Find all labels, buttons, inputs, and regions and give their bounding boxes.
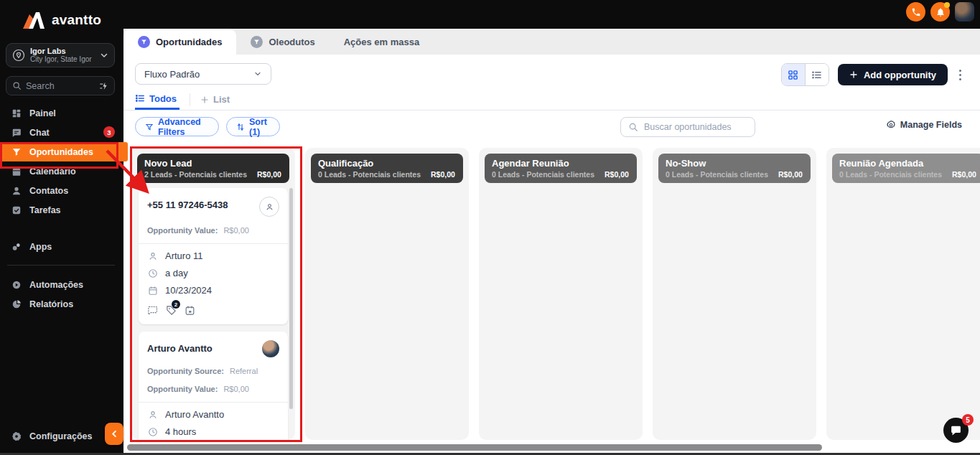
column-title: No-Show [666, 157, 803, 169]
pipeline-select-value: Fluxo Padrão [144, 69, 200, 80]
phone-button[interactable] [906, 2, 925, 22]
chevron-down-icon [253, 70, 262, 78]
user-icon [11, 186, 22, 196]
view-tab-label: List [213, 94, 230, 105]
kanban-column-reuniao-agendada: Reunião Agendada 0 Leads - Potenciais cl… [826, 148, 980, 440]
search-icon [628, 122, 638, 132]
column-header[interactable]: No-Show 0 Leads - Potenciais clientes R$… [658, 154, 811, 183]
add-opportunity-label: Add opportunity [864, 70, 936, 80]
pipelines-tab-icon [251, 36, 263, 48]
bolt-icon [98, 81, 108, 91]
views-row: Todos List [123, 89, 980, 111]
dashboard-icon [11, 108, 22, 118]
clock-icon [147, 427, 159, 437]
add-opportunity-button[interactable]: Add opportunity [838, 64, 948, 85]
sidebar-item-label: Chat [29, 128, 50, 138]
sidebar-search-placeholder: Search [26, 81, 94, 91]
opportunities-panel: Fluxo Padrão [123, 55, 980, 455]
advanced-filters-button[interactable]: Advanced Filters [135, 117, 219, 136]
user-icon [147, 410, 159, 420]
board-search-placeholder: Buscar oportunidades [644, 122, 732, 132]
tab-acoes-em-massa[interactable]: Ações em massa [330, 29, 434, 55]
opportunity-card[interactable]: +55 11 97246-5438 Opportunity Value: R$0… [139, 188, 288, 324]
assignee-avatar[interactable] [262, 340, 279, 357]
sidebar-item-label: Oportunidades [29, 147, 93, 157]
column-scrollbar[interactable] [289, 188, 293, 409]
user-circle-icon[interactable] [259, 197, 279, 217]
sidebar-item-chat[interactable]: Chat 3 [0, 123, 123, 142]
tab-oportunidades[interactable]: Oportunidades [123, 29, 236, 55]
sidebar-item-automacoes[interactable]: Automações [0, 275, 123, 294]
manage-fields-button[interactable]: Manage Fields [886, 120, 962, 130]
profile-avatar[interactable] [955, 2, 974, 22]
column-count: 0 Leads - Potenciais clientes [839, 170, 942, 179]
column-header[interactable]: Agendar Reunião 0 Leads - Potenciais cli… [485, 154, 637, 183]
sidebar-item-contatos[interactable]: Contatos [0, 181, 123, 200]
clock-icon [147, 268, 159, 278]
tab-label: Oportunidades [156, 37, 222, 47]
column-value: R$0,00 [952, 170, 976, 179]
column-count: 2 Leads - Potenciais clientes [144, 170, 247, 179]
sidebar-item-label: Painel [29, 108, 56, 118]
column-value: R$0,00 [605, 170, 629, 179]
top-bar [123, 0, 980, 29]
pie-chart-icon [11, 299, 22, 309]
card-contact: Arturo 11 [165, 250, 203, 261]
add-view-button[interactable]: List [190, 93, 230, 106]
card-title: +55 11 97246-5438 [147, 197, 228, 210]
location-name: Igor Labs [30, 47, 92, 55]
topbar-actions [906, 2, 974, 22]
sort-icon [236, 123, 245, 131]
view-tab-label: Todos [149, 93, 177, 104]
chevron-down-icon [100, 51, 108, 60]
sidebar-item-painel[interactable]: Painel [0, 103, 123, 123]
phone-icon [911, 7, 921, 17]
sidebar-item-tarefas[interactable]: Tarefas [0, 200, 123, 220]
sidebar-item-oportunidades[interactable]: Oportunidades [0, 142, 128, 161]
location-switcher[interactable]: Igor Labs City Igor, State Igor [6, 43, 115, 67]
board-horizontal-scrollbar[interactable] [127, 444, 822, 451]
list-view-button[interactable] [805, 64, 829, 85]
sidebar-item-label: Relatórios [29, 299, 73, 309]
column-value: R$0,00 [257, 170, 281, 179]
board-search-input[interactable]: Buscar oportunidades [620, 117, 755, 137]
view-tab-todos[interactable]: Todos [135, 89, 179, 110]
calendar-icon[interactable] [185, 305, 195, 316]
sort-button[interactable]: Sort (1) [226, 117, 280, 136]
message-icon[interactable] [147, 305, 158, 316]
notifications-button[interactable] [930, 2, 950, 22]
column-title: Reunião Agendada [839, 157, 977, 169]
tag-icon[interactable]: 2 [166, 305, 177, 316]
manage-fields-label: Manage Fields [900, 120, 962, 130]
column-header[interactable]: Qualificação 0 Leads - Potenciais client… [311, 154, 463, 183]
sidebar-collapse-button[interactable] [105, 423, 123, 445]
column-header[interactable]: Reunião Agendada 0 Leads - Potenciais cl… [832, 154, 980, 183]
field-value: Referral [230, 367, 258, 375]
tab-oleodutos[interactable]: Oleodutos [236, 29, 329, 55]
list-icon [811, 70, 822, 80]
kanban-column-no-show: No-Show 0 Leads - Potenciais clientes R$… [653, 148, 816, 440]
chat-icon [11, 128, 22, 138]
opportunity-card[interactable]: Arturo Avantto Opportunity Source: Refer… [139, 332, 288, 440]
field-label: Opportunity Source: [147, 367, 224, 375]
brand-logo[interactable]: avantto [0, 6, 123, 34]
grid-view-button[interactable] [782, 64, 805, 85]
sidebar-secondary-nav: Automações Relatórios [0, 275, 123, 314]
more-options-button[interactable] [956, 70, 964, 80]
apps-icon [11, 242, 22, 252]
card-date: 10/23/2024 [165, 285, 212, 296]
sidebar-item-calendario[interactable]: Calendário [0, 161, 123, 181]
calendar-icon [147, 286, 159, 296]
sidebar-item-apps[interactable]: Apps [0, 237, 134, 256]
column-header[interactable]: Novo Lead 2 Leads - Potenciais clientes … [137, 154, 289, 183]
pipeline-select[interactable]: Fluxo Padrão [135, 63, 271, 85]
sidebar-item-relatorios[interactable]: Relatórios [0, 294, 123, 314]
tab-label: Oleodutos [269, 37, 314, 47]
column-title: Qualificação [318, 157, 456, 169]
sidebar: avantto Igor Labs City Igor, State Igor … [0, 0, 123, 455]
opportunities-tab-icon [138, 36, 150, 48]
sidebar-search-input[interactable]: Search [6, 76, 115, 95]
advanced-filters-label: Advanced Filters [158, 117, 209, 137]
field-label: Opportunity Value: [147, 226, 218, 235]
kanban-column-qualificacao: Qualificação 0 Leads - Potenciais client… [305, 148, 469, 440]
